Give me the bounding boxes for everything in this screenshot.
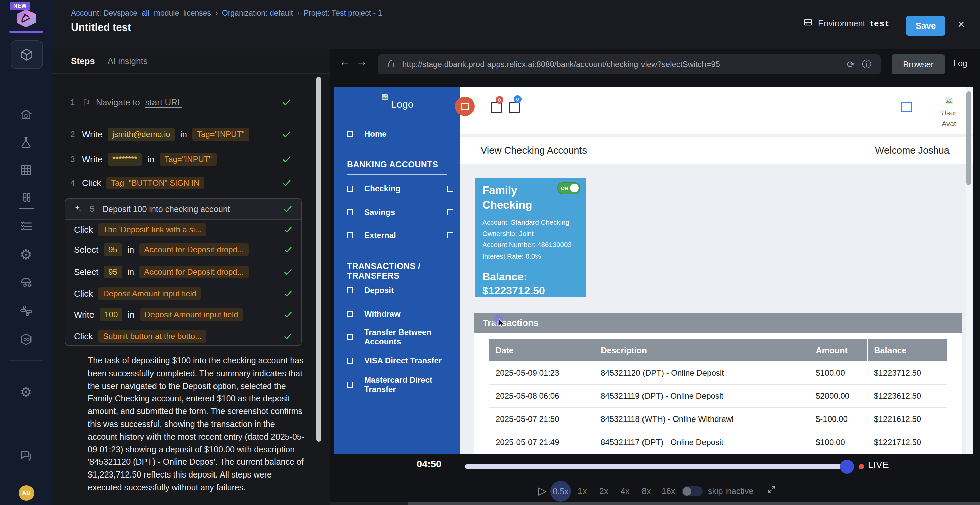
sidebar-item-visa-transfer[interactable]: VISA Direct Transfer bbox=[334, 353, 460, 369]
breadcrumb-project[interactable]: Project: Test project - 1 bbox=[304, 9, 382, 18]
speed-0.5x-selected[interactable]: 0.5x bbox=[550, 481, 571, 502]
substep-row-1[interactable]: Click The 'Deposit' link with a si... bbox=[65, 221, 301, 238]
col-balance[interactable]: Balance bbox=[867, 339, 948, 362]
url-input[interactable]: http://stage.dbank.prod-apps.relicx.ai:8… bbox=[402, 60, 840, 69]
start-url-link[interactable]: start URL bbox=[145, 97, 182, 108]
incognito-icon[interactable] bbox=[19, 275, 33, 290]
steps-scrollbar[interactable] bbox=[317, 77, 321, 441]
step-row-3[interactable]: 3 Write ******** in Tag="INPUT" bbox=[69, 151, 291, 167]
sidebar-item-mastercard-transfer[interactable]: Mastercard Direct Transfer bbox=[334, 377, 460, 393]
step-target-chip[interactable]: Account for Deposit dropd... bbox=[139, 244, 249, 256]
checklist-icon[interactable] bbox=[19, 219, 33, 234]
table-row[interactable]: 2025-05-09 01:23 845321120 (DPT) - Onlin… bbox=[489, 362, 948, 385]
step-value-chip[interactable]: 95 bbox=[103, 266, 122, 278]
tab-log[interactable]: Log bbox=[953, 59, 967, 69]
nav-square-icon[interactable] bbox=[901, 102, 912, 112]
skip-inactive-toggle[interactable] bbox=[682, 486, 703, 496]
speed-16x[interactable]: 16x bbox=[662, 486, 675, 496]
substep-row-3[interactable]: Select 95 in Account for Deposit dropd..… bbox=[65, 264, 301, 280]
horizontal-scrollbar-track[interactable] bbox=[330, 502, 980, 505]
notification-icon-2[interactable] bbox=[509, 102, 520, 113]
sidebar-item-savings[interactable]: Savings bbox=[334, 204, 460, 220]
col-amount[interactable]: Amount bbox=[809, 339, 867, 362]
speed-2x[interactable]: 2x bbox=[599, 486, 608, 496]
user-avatar-broken[interactable]: User Avat bbox=[929, 97, 969, 129]
step-value-chip[interactable]: ******** bbox=[108, 153, 142, 166]
substep-row-2[interactable]: Select 95 in Account for Deposit dropd..… bbox=[65, 242, 301, 258]
viewport-scrollbar-thumb[interactable] bbox=[966, 91, 971, 185]
substep-row-4[interactable]: Click Deposit Amount input field bbox=[65, 286, 301, 302]
flask-icon[interactable] bbox=[19, 135, 33, 150]
tab-steps[interactable]: Steps bbox=[71, 56, 95, 66]
breadcrumb-organization[interactable]: Organization: default bbox=[222, 9, 293, 18]
back-arrow-icon[interactable]: ← bbox=[339, 55, 351, 69]
step-value-chip[interactable]: 95 bbox=[103, 244, 122, 256]
col-date[interactable]: Date bbox=[489, 339, 594, 362]
step-target-chip[interactable]: Deposit Amount input field bbox=[98, 287, 201, 300]
settings-gear-icon[interactable]: ⚙ bbox=[19, 247, 33, 262]
success-check-icon bbox=[283, 289, 293, 298]
grid-icon[interactable] bbox=[19, 162, 33, 177]
speed-8x[interactable]: 8x bbox=[642, 486, 651, 496]
transactions-header-bar[interactable]: Transactions bbox=[474, 312, 962, 333]
playback-progress-track[interactable] bbox=[465, 464, 844, 469]
viewport-scrollbar-track[interactable] bbox=[966, 86, 972, 454]
sidebar-item-external[interactable]: External bbox=[334, 227, 460, 244]
tab-browser[interactable]: Browser bbox=[891, 54, 945, 75]
settings-gear-icon-2[interactable]: ⚙ bbox=[19, 385, 33, 399]
info-icon[interactable]: ⓘ bbox=[862, 58, 872, 71]
close-icon[interactable]: × bbox=[958, 18, 964, 32]
table-row[interactable]: 2025-05-07 21:50 845321118 (WTH) - Onlin… bbox=[489, 408, 948, 431]
step-group-header[interactable]: 5 Deposit 100 into checking account bbox=[65, 199, 301, 220]
sidebar-item-tests-active[interactable] bbox=[11, 40, 43, 69]
play-icon[interactable]: ▷ bbox=[538, 484, 547, 497]
step-row-2[interactable]: 2 Write jsmith@demo.io in Tag="INPUT" bbox=[69, 126, 291, 142]
table-row[interactable]: 2025-05-08 06:06 845321119 (DPT) - Onlin… bbox=[489, 385, 948, 408]
playback-progress-thumb[interactable] bbox=[840, 460, 854, 474]
reload-icon[interactable]: ⟳ bbox=[847, 59, 855, 70]
breadcrumb-account[interactable]: Account: Devspace_all_module_licenses bbox=[71, 9, 211, 18]
sidebar-item-checking[interactable]: Checking bbox=[334, 181, 460, 197]
environment-value[interactable]: test bbox=[870, 19, 889, 29]
step-row-1[interactable]: 1 ⚐ Navigate to start URL bbox=[69, 94, 291, 110]
slack-icon[interactable] bbox=[19, 303, 33, 318]
speed-4x[interactable]: 4x bbox=[621, 486, 629, 496]
step-target-chip[interactable]: Deposit Amount input field bbox=[140, 308, 243, 321]
step-target-chip[interactable]: Tag="INPUT" bbox=[159, 153, 216, 166]
fullscreen-expand-icon[interactable] bbox=[767, 485, 776, 495]
step-value-chip[interactable]: 100 bbox=[100, 308, 123, 321]
substep-row-6[interactable]: Click Submit button at the botto... bbox=[65, 328, 301, 344]
substep-row-5[interactable]: Write 100 in Deposit Amount input field bbox=[65, 306, 301, 323]
sidebar-item-transfer[interactable]: Transfer Between Accounts bbox=[334, 329, 460, 345]
notification-icon-1[interactable] bbox=[491, 102, 502, 113]
step-row-4[interactable]: 4 Click Tag="BUTTON" SIGN IN bbox=[69, 175, 291, 191]
account-on-toggle[interactable]: ON bbox=[557, 182, 580, 194]
home-icon[interactable] bbox=[19, 107, 33, 122]
url-bar[interactable]: http://stage.dbank.prod-apps.relicx.ai:8… bbox=[378, 54, 881, 75]
bank-logo[interactable]: Logo bbox=[334, 93, 460, 110]
user-avatar[interactable]: AU bbox=[19, 485, 34, 501]
sidebar-item-deposit[interactable]: Deposit bbox=[334, 282, 460, 298]
relicx-logo-icon[interactable] bbox=[16, 9, 37, 30]
forward-arrow-icon[interactable]: → bbox=[356, 55, 368, 69]
help-chat-icon[interactable]: ? bbox=[19, 448, 33, 463]
save-button[interactable]: Save bbox=[906, 16, 945, 35]
live-label[interactable]: LIVE bbox=[868, 460, 889, 470]
col-description[interactable]: Description bbox=[594, 339, 809, 362]
test-tubes-icon[interactable] bbox=[19, 191, 33, 206]
family-checking-card[interactable]: ON Family Checking Account: Standard Che… bbox=[475, 178, 586, 297]
step-target-chip[interactable]: Tag="BUTTON" SIGN IN bbox=[106, 177, 204, 190]
step-target-chip[interactable]: Submit button at the botto... bbox=[98, 330, 207, 343]
infinity-hexagon-icon[interactable] bbox=[19, 332, 33, 347]
horizontal-scrollbar-thumb[interactable] bbox=[408, 502, 980, 505]
speed-1x[interactable]: 1x bbox=[578, 486, 587, 496]
recording-stop-overlay[interactable] bbox=[455, 97, 474, 116]
tab-ai-insights[interactable]: AI insights bbox=[108, 56, 148, 66]
sidebar-item-withdraw[interactable]: Withdraw bbox=[334, 306, 460, 322]
step-target-chip[interactable]: Account for Deposit dropd... bbox=[139, 266, 249, 278]
step-value-chip[interactable]: jsmith@demo.io bbox=[108, 128, 175, 141]
step-target-chip[interactable]: Tag="INPUT" bbox=[192, 128, 249, 141]
sidebar-item-home[interactable]: Home bbox=[334, 126, 460, 142]
table-row[interactable]: 2025-05-07 21:49 845321117 (DPT) - Onlin… bbox=[489, 431, 948, 454]
step-target-chip[interactable]: The 'Deposit' link with a si... bbox=[98, 223, 207, 236]
